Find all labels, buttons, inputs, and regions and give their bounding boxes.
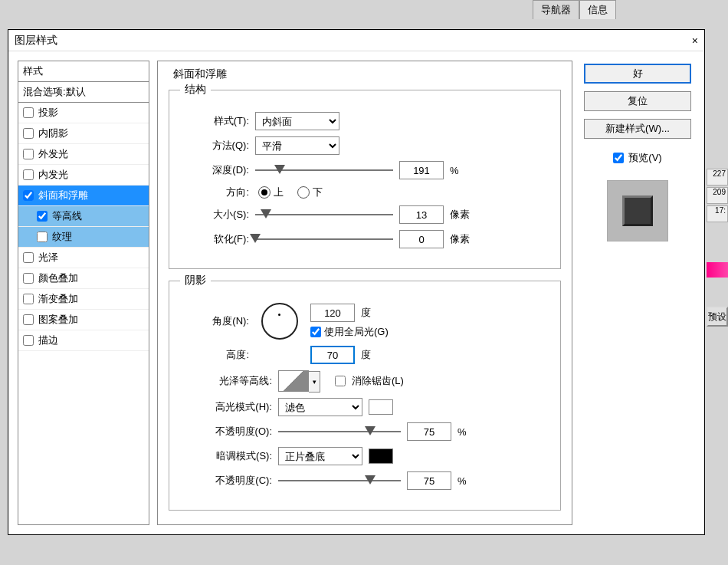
style-select[interactable]: 内斜面 [255,112,339,130]
lbl-contour: 等高线 [52,209,82,223]
gloss-contour-label: 光泽等高线: [180,374,272,388]
cb-drop-shadow[interactable] [23,107,34,118]
lbl-gradient-overlay: 渐变叠加 [38,292,78,306]
tab-info[interactable]: 信息 [579,0,616,19]
dir-down-label: 下 [313,186,323,199]
altitude-input[interactable] [310,346,355,364]
soften-input[interactable] [399,230,444,248]
bg-gradient-strip [707,262,728,278]
shadow-opacity-label: 不透明度(C): [180,474,272,488]
chevron-down-icon[interactable]: ▾ [309,371,320,393]
size-slider[interactable] [255,207,393,222]
cb-preview[interactable] [613,153,624,163]
gloss-contour-picker[interactable]: ▾ [278,370,309,392]
style-inner-shadow[interactable]: 内阴影 [18,123,149,144]
soften-label: 软化(F): [180,232,249,246]
preview-thumbnail [607,180,668,241]
settings-panel: 斜面和浮雕 结构 样式(T): 内斜面 方法(Q): 平滑 深度(D): % [157,61,572,525]
shadow-mode-label: 暗调模式(S): [180,449,272,463]
style-outer-glow[interactable]: 外发光 [18,144,149,165]
style-pattern-overlay[interactable]: 图案叠加 [18,310,149,330]
radio-down-icon [297,186,310,199]
style-gradient-overlay[interactable]: 渐变叠加 [18,289,149,310]
dialog-title: 图层样式 [15,34,57,48]
cb-inner-glow[interactable] [23,169,34,180]
styles-header[interactable]: 样式 [18,61,149,82]
settings-title: 斜面和浮雕 [173,67,561,81]
tab-navigator[interactable]: 导航器 [533,0,579,19]
depth-input[interactable] [399,161,444,179]
lbl-inner-shadow: 内阴影 [38,126,68,140]
cb-anti-alias[interactable] [335,376,346,386]
shading-group: 阴影 角度(N): 度 使用全局光(G) [169,274,561,511]
cb-outer-glow[interactable] [23,149,34,159]
highlight-mode-select[interactable]: 滤色 [278,398,362,416]
soften-unit: 像素 [450,232,470,246]
cb-inner-shadow[interactable] [23,128,34,139]
highlight-opacity-label: 不透明度(O): [180,425,272,439]
highlight-opacity-input[interactable] [407,422,451,441]
soften-slider[interactable] [255,232,393,247]
cb-pattern-overlay[interactable] [23,314,34,325]
technique-select[interactable]: 平滑 [255,136,339,155]
style-color-overlay[interactable]: 颜色叠加 [18,268,149,289]
reset-button[interactable]: 复位 [584,91,691,111]
depth-unit: % [450,165,459,176]
cb-stroke[interactable] [23,335,34,346]
shading-legend: 阴影 [180,274,211,287]
bg-preset-button[interactable]: 预设 [707,307,728,327]
cb-texture[interactable] [37,232,48,242]
style-satin[interactable]: 光泽 [18,248,149,268]
shadow-opacity-slider[interactable] [278,473,401,488]
size-input[interactable] [399,205,444,224]
cb-color-overlay[interactable] [23,273,34,284]
shadow-color-swatch[interactable] [369,448,393,464]
background-panel-tabs: 导航器 信息 [533,0,616,19]
ok-button[interactable]: 好 [584,64,691,84]
style-texture[interactable]: 纹理 [18,227,149,248]
cb-bevel-emboss[interactable] [23,190,34,201]
blending-options-row[interactable]: 混合选项:默认 [18,82,149,103]
highlight-opacity-slider[interactable] [278,424,401,439]
radio-up-icon [258,186,271,199]
angle-dial[interactable] [261,303,298,340]
bg-num-1: 227 [707,169,728,186]
new-style-button[interactable]: 新建样式(W)... [584,119,691,139]
lbl-satin: 光泽 [38,251,58,264]
cb-satin[interactable] [23,252,34,263]
shadow-mode-select[interactable]: 正片叠底 [278,447,362,465]
direction-label: 方向: [180,186,249,199]
cb-gradient-overlay[interactable] [23,294,34,304]
depth-label: 深度(D): [180,163,249,177]
direction-up[interactable]: 上 [258,186,284,199]
highlight-opacity-unit: % [457,426,467,438]
shadow-opacity-input[interactable] [407,471,451,490]
highlight-color-swatch[interactable] [369,399,393,415]
structure-legend: 结构 [180,83,211,97]
angle-unit: 度 [361,306,371,320]
cb-contour[interactable] [37,211,48,222]
style-contour[interactable]: 等高线 [18,206,149,227]
lbl-inner-glow: 内发光 [38,168,68,182]
size-label: 大小(S): [180,208,249,222]
layer-style-dialog: 图层样式 × 样式 混合选项:默认 投影 内阴影 外发光 内发光 [8,29,705,535]
bg-num-3: 17: [707,205,728,222]
cb-global-light[interactable] [310,327,321,337]
lbl-pattern-overlay: 图案叠加 [38,313,78,327]
depth-slider[interactable] [255,163,393,178]
altitude-label: 高度: [180,348,249,362]
direction-down[interactable]: 下 [297,186,323,199]
titlebar: 图层样式 × [8,30,704,51]
styles-list-panel: 样式 混合选项:默认 投影 内阴影 外发光 内发光 斜面和浮雕 [18,61,149,525]
dir-up-label: 上 [274,186,284,199]
close-icon[interactable]: × [692,34,698,47]
style-drop-shadow[interactable]: 投影 [18,103,149,123]
structure-group: 结构 样式(T): 内斜面 方法(Q): 平滑 深度(D): % 方向: [169,83,561,269]
style-inner-glow[interactable]: 内发光 [18,165,149,186]
angle-input[interactable] [310,304,355,322]
style-stroke[interactable]: 描边 [18,330,149,351]
style-bevel-emboss[interactable]: 斜面和浮雕 [18,186,149,206]
lbl-bevel-emboss: 斜面和浮雕 [38,189,88,202]
dialog-right-column: 好 复位 新建样式(W)... 预览(V) [580,61,695,525]
preview-inner [622,195,653,226]
